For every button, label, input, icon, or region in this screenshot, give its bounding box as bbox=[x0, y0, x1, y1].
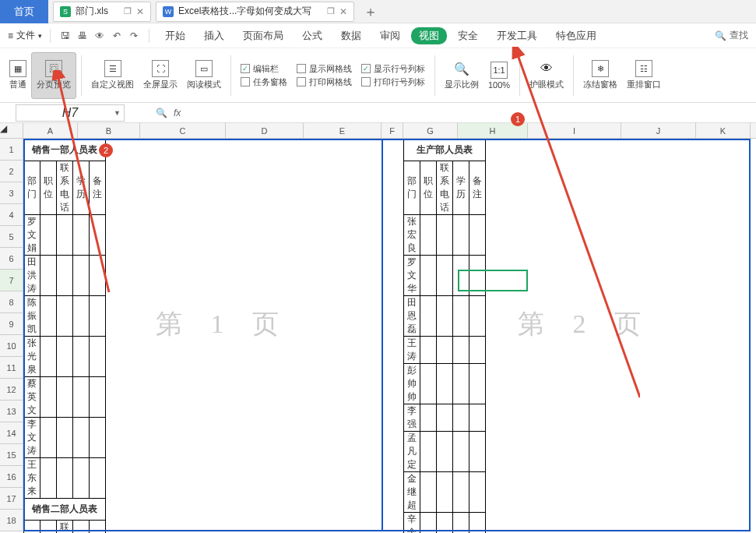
cell[interactable]: 销售一部人员表 bbox=[24, 139, 106, 161]
cell[interactable] bbox=[469, 296, 486, 337]
cell[interactable]: 罗文华 bbox=[404, 256, 420, 296]
cell[interactable]: 张光泉 bbox=[24, 337, 40, 377]
cell[interactable]: 联系电话 bbox=[57, 521, 73, 534]
cell[interactable]: 学历 bbox=[73, 161, 90, 215]
tab-review[interactable]: 审阅 bbox=[372, 29, 408, 43]
cell[interactable] bbox=[40, 215, 57, 256]
select-all-corner[interactable]: ◢ bbox=[0, 123, 23, 138]
cell[interactable] bbox=[40, 377, 57, 418]
search-button[interactable]: 🔍 查找 bbox=[715, 29, 748, 42]
col-header-A[interactable]: A bbox=[23, 123, 78, 138]
chk-printgrid[interactable]: 打印网格线 bbox=[297, 76, 352, 88]
cell[interactable] bbox=[40, 337, 57, 377]
tab-dev[interactable]: 开发工具 bbox=[489, 29, 545, 43]
cell[interactable] bbox=[40, 458, 57, 499]
cell[interactable] bbox=[453, 432, 469, 472]
cell[interactable]: 职位 bbox=[40, 521, 57, 534]
cell[interactable] bbox=[420, 513, 437, 534]
row-header-5[interactable]: 5 bbox=[0, 226, 23, 248]
col-header-H[interactable]: H bbox=[458, 123, 528, 138]
row-header-10[interactable]: 10 bbox=[0, 335, 23, 357]
cell[interactable] bbox=[420, 432, 437, 472]
cell[interactable] bbox=[90, 256, 106, 296]
cell[interactable] bbox=[437, 364, 453, 404]
cell[interactable] bbox=[453, 472, 469, 513]
row-header-7[interactable]: 7 bbox=[0, 270, 23, 291]
row-header-1[interactable]: 1 bbox=[0, 139, 23, 161]
cell[interactable] bbox=[90, 458, 106, 499]
cell[interactable]: 备注 bbox=[90, 161, 106, 215]
cell[interactable]: 孟凡定 bbox=[404, 432, 420, 472]
tab-layout[interactable]: 页面布局 bbox=[235, 29, 291, 43]
cell[interactable] bbox=[40, 256, 57, 296]
file-menu[interactable]: ≡ 文件 ▾ bbox=[8, 29, 42, 42]
print-icon[interactable]: 🖶 bbox=[76, 29, 90, 43]
view-custom[interactable]: ☰自定义视图 bbox=[86, 52, 139, 99]
col-header-B[interactable]: B bbox=[78, 123, 140, 138]
cell[interactable] bbox=[420, 296, 437, 337]
cell[interactable] bbox=[90, 337, 106, 377]
cell[interactable] bbox=[453, 404, 469, 432]
home-tab[interactable]: 首页 bbox=[0, 0, 48, 23]
cell[interactable] bbox=[469, 215, 486, 256]
view-reading[interactable]: ▭阅读模式 bbox=[182, 52, 226, 99]
cell[interactable]: 学历 bbox=[453, 161, 469, 215]
chk-taskpane[interactable]: 任务窗格 bbox=[241, 76, 287, 88]
cell[interactable] bbox=[453, 296, 469, 337]
cell[interactable]: 学历 bbox=[73, 521, 90, 534]
cell[interactable] bbox=[73, 377, 90, 418]
cell[interactable] bbox=[57, 296, 73, 337]
cell[interactable] bbox=[469, 364, 486, 404]
cell[interactable]: 辛全文 bbox=[404, 513, 420, 534]
row-header-16[interactable]: 16 bbox=[0, 466, 23, 488]
cell[interactable] bbox=[437, 404, 453, 432]
cell[interactable]: 田洪涛 bbox=[24, 256, 40, 296]
cell[interactable] bbox=[90, 215, 106, 256]
row-header-14[interactable]: 14 bbox=[0, 422, 23, 444]
cell[interactable] bbox=[57, 418, 73, 458]
row-header-11[interactable]: 11 bbox=[0, 357, 23, 379]
cell[interactable]: 生产部人员表 bbox=[404, 139, 486, 161]
cell[interactable]: 王东来 bbox=[24, 458, 40, 499]
document-tab-2[interactable]: W Excel表格技...字母如何变成大写 ❐ ✕ bbox=[156, 2, 354, 22]
row-header-13[interactable]: 13 bbox=[0, 401, 23, 422]
cell[interactable] bbox=[469, 404, 486, 432]
cell[interactable]: 彭帅帅 bbox=[404, 364, 420, 404]
cell[interactable] bbox=[437, 472, 453, 513]
view-pagebreak[interactable]: ⿴分页预览 bbox=[31, 52, 76, 99]
cell[interactable]: 职位 bbox=[40, 161, 57, 215]
zoom-button[interactable]: 🔍显示比例 bbox=[440, 52, 483, 99]
zoom-100[interactable]: 1:1100% bbox=[483, 52, 515, 99]
tab-formula[interactable]: 公式 bbox=[294, 29, 330, 43]
tab-feature[interactable]: 特色应用 bbox=[548, 29, 604, 43]
cell[interactable]: 联系电话 bbox=[57, 161, 73, 215]
cell[interactable]: 备注 bbox=[90, 521, 106, 534]
cell[interactable] bbox=[90, 377, 106, 418]
tab-safe[interactable]: 安全 bbox=[450, 29, 486, 43]
cell[interactable] bbox=[469, 472, 486, 513]
cell[interactable] bbox=[453, 364, 469, 404]
chk-printhead[interactable]: 打印行号列标 bbox=[361, 76, 425, 88]
cell[interactable] bbox=[57, 458, 73, 499]
cell[interactable] bbox=[420, 215, 437, 256]
new-tab-button[interactable]: ＋ bbox=[364, 2, 378, 21]
row-header-12[interactable]: 12 bbox=[0, 379, 23, 401]
chk-gridlines[interactable]: 显示网格线 bbox=[297, 63, 352, 75]
window-mode-icon[interactable]: ❐ bbox=[124, 6, 132, 16]
row-header-9[interactable]: 9 bbox=[0, 313, 23, 335]
cell[interactable] bbox=[420, 404, 437, 432]
spreadsheet[interactable]: ◢ ABCDEFGHIJK 12345678910111213141516171… bbox=[0, 123, 756, 139]
chevron-down-icon[interactable]: ▼ bbox=[114, 109, 121, 117]
cell[interactable] bbox=[57, 337, 73, 377]
cell[interactable]: 职位 bbox=[420, 161, 437, 215]
cell[interactable]: 金继超 bbox=[404, 472, 420, 513]
cell[interactable]: 王涛 bbox=[404, 337, 420, 364]
row-header-3[interactable]: 3 bbox=[0, 182, 23, 204]
cell[interactable]: 销售二部人员表 bbox=[24, 499, 106, 521]
cell[interactable] bbox=[453, 337, 469, 364]
cell[interactable] bbox=[469, 513, 486, 534]
cell[interactable]: 部门 bbox=[24, 161, 40, 215]
cell[interactable]: 陈振凯 bbox=[24, 296, 40, 337]
col-header-J[interactable]: J bbox=[621, 123, 696, 138]
cell[interactable] bbox=[420, 364, 437, 404]
